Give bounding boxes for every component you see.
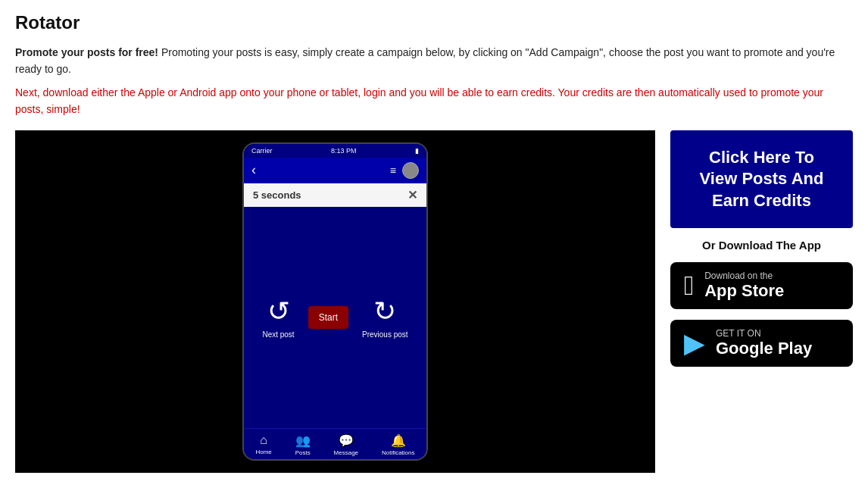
video-area: Carrier 8:13 PM ▮ ‹ ≡ 5 seconds ✕ [15,130,655,473]
google-play-text: GET IT ON Google Play [716,328,812,358]
posts-icon: 👥 [295,433,311,448]
apple-icon:  [684,270,694,302]
notifications-icon: 🔔 [391,433,406,448]
tab-posts-label: Posts [295,449,311,456]
phone-bottom-bar: ⌂ Home 👥 Posts 💬 Message 🔔 Notifications [244,428,426,459]
google-play-badge[interactable]: ▶ GET IT ON Google Play [670,320,853,367]
appstore-top-label: Download on the [704,271,784,281]
cta-line2: View Posts And [700,169,824,188]
tab-home-label: Home [255,449,271,455]
close-icon[interactable]: ✕ [407,188,417,202]
second-paragraph: Next, download either the Apple or Andro… [15,84,853,118]
tab-notifications[interactable]: 🔔 Notifications [382,433,415,456]
cta-line1: Click Here To [709,148,814,167]
phone-status-bar: Carrier 8:13 PM ▮ [244,144,426,158]
battery-icon: ▮ [415,147,419,155]
previous-post-label: Previous post [362,330,408,339]
carrier-label: Carrier [251,147,273,155]
intro-bold: Promote your posts for free! [15,46,158,58]
tab-message[interactable]: 💬 Message [334,433,358,456]
nav-icons: ≡ [390,162,419,179]
time-label: 8:13 PM [331,147,357,155]
sidebar: Click Here To View Posts And Earn Credit… [670,130,853,367]
menu-icon[interactable]: ≡ [390,164,396,177]
phone-content: ↺ Next post Start ↻ Previous post [244,207,426,428]
main-content-row: Carrier 8:13 PM ▮ ‹ ≡ 5 seconds ✕ [15,130,853,473]
phone-nav-bar: ‹ ≡ [244,158,426,183]
nav-buttons: ↺ Next post Start ↻ Previous post [244,296,426,339]
cta-button[interactable]: Click Here To View Posts And Earn Credit… [670,130,853,229]
intro-paragraph: Promote your posts for free! Promoting y… [15,44,853,78]
message-icon: 💬 [339,433,354,448]
tab-home[interactable]: ⌂ Home [255,433,271,456]
google-play-icon: ▶ [684,327,705,359]
cta-line3: Earn Credits [712,191,811,210]
appstore-badge[interactable]:  Download on the App Store [670,262,853,309]
timer-row: 5 seconds ✕ [244,183,426,207]
home-icon: ⌂ [260,433,267,447]
next-post-label: Next post [262,330,294,339]
avatar [402,162,419,179]
prev-arrow-icon: ↻ [373,296,396,327]
page-title: Rotator [15,12,853,33]
next-post-btn[interactable]: ↺ Next post [262,296,294,339]
google-top-label: GET IT ON [716,328,812,339]
start-button[interactable]: Start [308,306,348,329]
tab-message-label: Message [334,449,358,456]
tab-posts[interactable]: 👥 Posts [295,433,311,456]
appstore-text: Download on the App Store [704,271,784,301]
back-arrow-icon[interactable]: ‹ [251,162,256,178]
appstore-main-label: App Store [704,281,784,301]
timer-label: 5 seconds [253,189,301,201]
phone-mockup: Carrier 8:13 PM ▮ ‹ ≡ 5 seconds ✕ [242,142,428,461]
next-arrow-icon: ↺ [267,296,290,327]
cta-text: Click Here To View Posts And Earn Credit… [700,148,824,210]
tab-notifications-label: Notifications [382,449,415,456]
or-download-label: Or Download The App [670,239,853,252]
previous-post-btn[interactable]: ↻ Previous post [362,296,408,339]
google-main-label: Google Play [716,339,812,358]
